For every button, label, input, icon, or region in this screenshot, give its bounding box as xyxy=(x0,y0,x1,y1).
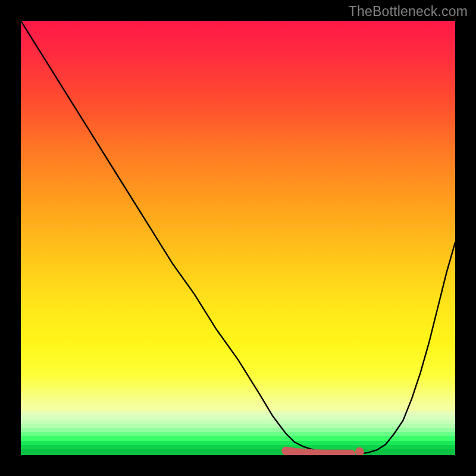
watermark-text: TheBottleneck.com xyxy=(349,4,468,20)
curve-b-path xyxy=(359,242,455,454)
plot-area xyxy=(21,21,455,455)
highlight-dot xyxy=(355,447,364,455)
curve-overlay xyxy=(21,21,455,455)
highlight-segment-path xyxy=(286,451,351,454)
curve-a-path xyxy=(21,21,351,455)
chart-container: TheBottleneck.com xyxy=(0,0,476,476)
